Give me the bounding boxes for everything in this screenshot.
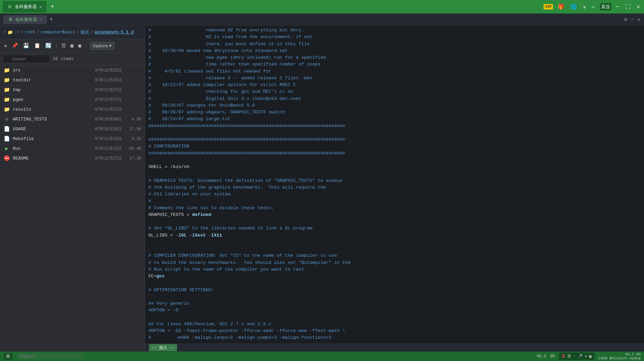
browser-tab-active[interactable]: 🖥 金科服务器 ✕ — [3, 1, 47, 12]
file-date: 07年12月25日 — [91, 67, 122, 73]
window-minimize-icon[interactable]: — — [631, 16, 634, 23]
bottom-bar: 本 46,1 8% S 英 · 🎤 ⌨ ▦ 46,1 8% CSDN @Viol… — [0, 352, 644, 361]
file-size: 9.2K — [124, 137, 141, 141]
list-item[interactable]: 📁 tmp 07年12月27日 — [0, 85, 145, 95]
cursor-pos-display: 46,1 — [536, 354, 546, 359]
browser-icon[interactable]: 🌐 — [569, 3, 578, 11]
list-item[interactable]: ⛔ README 07年12月27日 17.1K — [0, 154, 145, 163]
addr-tab-close-icon[interactable]: ✕ — [40, 17, 42, 22]
tab-icon: 🖥 — [7, 4, 12, 9]
settings-icon[interactable]: ⚙ — [624, 16, 627, 23]
copy-icon[interactable]: 📋 — [33, 42, 42, 50]
window-close-icon[interactable]: ✕ — [637, 16, 641, 23]
detail-view-icon[interactable]: ▣ — [77, 42, 83, 50]
code-line: # 10/14/07 adding large.txt — [145, 116, 644, 122]
back-icon[interactable]: ⇦ — [591, 3, 596, 11]
code-line: # Set "GL_LIBS" to the libraries needed … — [145, 225, 644, 232]
main-content: ↑ 📁 -< / root / computerBasis / 测试 / uni… — [0, 26, 644, 352]
list-item[interactable]: ▶ Run 07年12月23日 56.4K — [0, 144, 145, 154]
star-icon[interactable]: ★ — [3, 42, 8, 50]
usage-file-icon: 📄 — [3, 126, 10, 132]
save-icon[interactable]: 💾 — [22, 42, 31, 50]
file-date: 07年12月27日 — [91, 87, 122, 93]
file-date: 07年12月27日 — [91, 107, 122, 112]
search-input[interactable] — [3, 55, 50, 63]
file-name: pgms — [13, 97, 89, 102]
code-line: # new pgms (dhry included) run for a spe… — [145, 54, 644, 61]
gift-icon[interactable]: 🎁 — [556, 3, 566, 11]
list-item[interactable]: 📁 pgms 07年12月27日 — [0, 95, 145, 105]
maximize-icon[interactable]: ⛶ — [624, 3, 632, 11]
code-line: ########################################… — [145, 136, 644, 143]
file-date: 07年12月27日 — [91, 97, 122, 103]
minimize-icon[interactable]: — — [615, 3, 621, 10]
dot-icon: · — [573, 354, 576, 359]
chevron-down-icon[interactable]: ∨ — [582, 3, 587, 10]
file-date: 07年10月04日 — [91, 116, 122, 122]
editor-mode-indicator: -- 插入 -- — [149, 344, 177, 351]
close-icon[interactable]: ✕ — [635, 3, 641, 11]
bookmark-icon[interactable]: 📌 — [10, 42, 20, 50]
code-line: # 10/22/97 added compiler options for st… — [145, 82, 644, 88]
file-name: README — [13, 156, 89, 161]
list-item[interactable]: ⚙ WRITING_TESTS 07年10月04日 4.5K — [0, 114, 145, 124]
refresh-icon[interactable]: 🔄 — [44, 42, 53, 50]
options-button[interactable]: Options ▾ — [90, 42, 115, 50]
addr-tab-add-button[interactable]: + — [50, 16, 53, 23]
fm-toolbar: ★ 📌 💾 📋 🔄 ☰ ▦ ▣ Options ▾ — [0, 39, 145, 53]
list-item[interactable]: 📁 testdir 07年12月25日 — [0, 75, 145, 85]
code-editor: # removed HZ from everything but dhry. #… — [145, 26, 644, 352]
tab-close-icon[interactable]: ✕ — [39, 4, 42, 9]
file-name: src — [13, 68, 89, 73]
list-item[interactable]: 📄 Makefile 07年12月23日 9.2K — [0, 134, 145, 144]
code-line — [145, 170, 644, 177]
code-line: SHELL = /bin/sh — [145, 164, 644, 170]
fm-file-list: 📁 src 07年12月25日 📁 testdir 07年12月25日 📁 tm… — [0, 65, 145, 352]
breadcrumb-computer-basis[interactable]: computerBasis — [41, 30, 75, 35]
code-line — [145, 130, 644, 136]
folder-icon: 📁 — [3, 77, 10, 83]
grid-view-icon[interactable]: ▦ — [69, 42, 75, 50]
up-arrow-icon[interactable]: ↑ — [3, 30, 6, 35]
input-mode-indicator: 本 — [3, 353, 13, 360]
breadcrumb-root-link[interactable]: root — [25, 30, 35, 35]
options-label: Options — [93, 43, 108, 48]
writing-tests-icon: ⚙ — [3, 116, 10, 122]
code-line: # GRAPHICS TESTS: Uncomment the definiti… — [145, 177, 644, 184]
list-item[interactable]: 📄 USAGE 07年10月16日 17.5K — [0, 124, 145, 134]
tab-add-button[interactable]: + — [48, 3, 57, 10]
file-name: testdir — [13, 78, 89, 83]
code-line — [145, 280, 644, 286]
file-date: 07年10月16日 — [91, 126, 122, 132]
options-chevron-icon: ▾ — [109, 43, 112, 48]
keyboard-icon: ⌨ — [585, 354, 587, 359]
file-name: Run — [13, 146, 89, 151]
direct-button[interactable]: 直连 — [600, 3, 611, 10]
breadcrumb-test[interactable]: 测试 — [80, 29, 89, 35]
file-manager: ↑ 📁 -< / root / computerBasis / 测试 / uni… — [0, 26, 145, 352]
list-view-icon[interactable]: ☰ — [60, 42, 67, 50]
file-name: WRITING_TESTS — [13, 117, 89, 122]
breadcrumb-current[interactable]: unixbench-5.1.2 — [94, 30, 134, 35]
fm-search-row: 🔍 10 items — [0, 53, 145, 65]
scroll-percent-display: 8% — [550, 354, 555, 359]
code-line: # there, you must define it in this file — [145, 41, 644, 48]
vip-badge[interactable]: VIP — [544, 4, 553, 9]
code-line — [145, 157, 644, 164]
file-name: tmp — [13, 87, 89, 92]
code-line: # removed HZ from everything but dhry. — [145, 27, 644, 34]
file-date: 07年12月23日 — [91, 136, 122, 142]
run-file-icon: ▶ — [3, 145, 10, 152]
code-content[interactable]: # removed HZ from everything but dhry. #… — [145, 26, 644, 343]
list-item[interactable]: 📁 src 07年12月25日 — [0, 65, 145, 75]
list-item[interactable]: 📁 results 07年12月27日 — [0, 105, 145, 114]
folder-icon: 📁 — [3, 67, 10, 74]
code-line: # Run script to the name of the compiler… — [145, 266, 644, 273]
folder-icon: 📁 — [3, 96, 10, 103]
addr-tab-icon: 🖥 — [8, 17, 12, 22]
quick-command-input[interactable] — [17, 353, 84, 359]
code-line: #OPTON = -O — [145, 307, 644, 314]
toolbar-separator — [56, 43, 57, 49]
addr-tab[interactable]: 🖥 金科服务器 ✕ — [3, 15, 47, 24]
addr-tab-label: 金科服务器 — [15, 17, 37, 23]
